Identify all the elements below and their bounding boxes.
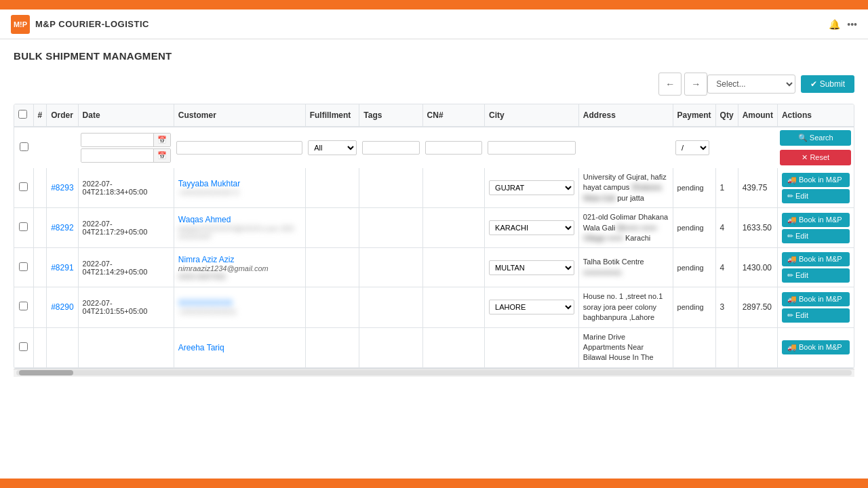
address-text-8289: Marine Drive Appartments Near Bilawal Ho… [583,332,669,363]
order-link-8293[interactable]: #8293 [51,183,73,192]
toolbar-nav: ← → [658,73,707,96]
city-filter-input[interactable] [488,141,576,155]
row-actions-8291: 🚚 Book in M&P ✏ Edit [777,248,854,287]
row-city-8289 [485,327,579,367]
row-fulfillment-8291 [305,248,359,287]
table-header-row: # Order Date Customer Fulfillment Tags C… [14,104,854,127]
row-checkbox-8290[interactable] [19,302,28,310]
row-order-8290: #8290 [47,287,78,327]
row-checkbox-8291[interactable] [19,262,28,271]
scrollbar-track [16,370,852,375]
city-select-8291[interactable]: MULTAN [489,260,574,275]
customer-contact-8292: waqasXXXXXXX@XXXX.com 333-XXXXX47 [178,224,301,241]
filter-date-cell: 📅 📅 [78,127,174,168]
bulk-action-select[interactable]: Select... Option 1 Option 2 [707,75,795,94]
horizontal-scrollbar[interactable] [14,369,854,377]
actions-cell-8289: 🚚 Book in M&P [782,340,850,354]
row-order-8289 [47,327,78,367]
reset-button[interactable]: ✕ Reset [780,150,851,165]
edit-btn-8293[interactable]: ✏ Edit [782,189,850,203]
date-from-calendar-icon[interactable]: 📅 [153,134,170,146]
row-actions-8289: 🚚 Book in M&P [777,327,854,367]
city-select-8290[interactable]: LAHORE [489,300,574,314]
submit-button[interactable]: ✔ Submit [801,75,854,93]
row-amount-8290: 2897.50 [738,287,777,327]
row-order-8291: #8291 [47,248,78,287]
row-checkbox-cell-8291 [14,248,33,287]
row-date-8293: 2022-07-04T21:18:34+05:00 [78,168,174,208]
date-to-calendar-icon[interactable]: 📅 [153,149,170,162]
navbar-right: 🔔 ••• [829,19,857,30]
search-button[interactable]: 🔍 Search [780,130,851,146]
select-all-checkbox[interactable] [18,110,27,119]
row-num-8289 [33,327,47,367]
edit-btn-8290[interactable]: ✏ Edit [782,308,850,323]
city-select-8293[interactable]: GUJRAT [489,180,574,195]
row-address-8289: Marine Drive Appartments Near Bilawal Ho… [578,327,673,367]
row-cn-8289 [422,327,485,367]
row-customer-8293: Tayyaba Mukhtar +XXXXXXXXXX 5 [174,168,305,208]
actions-cell-8293: 🚚 Book in M&P ✏ Edit [782,173,850,203]
th-customer: Customer [174,104,305,127]
row-amount-8291: 1430.00 [738,248,777,287]
row-city-8291: MULTAN [485,248,579,287]
th-amount: Amount [738,104,777,127]
filter-checkbox[interactable] [20,142,28,151]
th-date: Date [78,104,174,127]
th-cn: CN# [422,104,485,127]
payment-filter-select[interactable]: / COD Prepaid [675,140,709,155]
customer-name-8293: Tayyaba Mukhtar [178,179,301,188]
book-btn-8293[interactable]: 🚚 Book in M&P [782,173,850,187]
logo-text: M!P [14,20,27,28]
row-qty-8291: 4 [715,248,738,287]
edit-btn-8291[interactable]: ✏ Edit [782,268,850,283]
order-link-8291[interactable]: #8291 [51,263,73,272]
navbar: M!P M&P COURIER-LOGISTIC 🔔 ••• [0,9,868,39]
row-checkbox-8292[interactable] [19,222,28,231]
table-row: #8293 2022-07-04T21:18:34+05:00 Tayyaba … [14,168,854,208]
toolbar-right: Select... Option 1 Option 2 ✔ Submit [707,75,854,94]
row-customer-8289: Areeha Tariq [174,327,305,367]
book-btn-8291[interactable]: 🚚 Book in M&P [782,252,850,266]
cn-filter-input[interactable] [425,141,482,155]
date-from-input[interactable] [81,134,153,146]
next-button[interactable]: → [684,73,707,96]
book-btn-8292[interactable]: 🚚 Book in M&P [782,213,850,227]
customer-name-8292: Waqas Ahmed [178,215,301,224]
logo-icon: M!P [11,15,30,34]
book-btn-8289[interactable]: 🚚 Book in M&P [782,340,850,354]
row-checkbox-8289[interactable] [19,342,28,351]
row-num-8290 [33,287,47,327]
scrollbar-thumb[interactable] [19,370,73,375]
row-amount-8292: 1633.50 [738,208,777,248]
order-link-8290[interactable]: #8290 [51,302,73,312]
top-orange-bar [0,0,868,9]
filter-checkbox-cell [14,127,33,168]
customer-filter-input[interactable] [176,141,302,155]
date-to-input[interactable] [81,150,153,162]
edit-btn-8292[interactable]: ✏ Edit [782,229,850,243]
row-cn-8292 [422,208,485,248]
order-link-8292[interactable]: #8292 [51,223,73,232]
customer-name-8291: Nimra Aziz Aziz [178,255,301,264]
row-city-8293: GUJRAT [485,168,579,208]
book-btn-8290[interactable]: 🚚 Book in M&P [782,292,850,306]
table-row: Areeha Tariq Marine Drive Appartments Ne… [14,327,854,367]
date-to-wrapper: 📅 [81,148,171,163]
address-text-8290: House no. 1 ,street no.1 soray jora peer… [583,291,669,323]
tags-filter-input[interactable] [362,141,420,155]
row-checkbox-8293[interactable] [19,182,28,191]
customer-name-8290: XXXXXXXXXX [178,298,301,308]
fulfillment-filter-select[interactable]: All Fulfilled Unfulfilled [308,140,357,155]
navbar-title: M&P COURIER-LOGISTIC [35,19,149,29]
row-fulfillment-8293 [305,168,359,208]
filter-qty-cell [715,127,738,168]
filter-order-cell [47,127,78,168]
prev-button[interactable]: ← [658,73,682,96]
table-container: # Order Date Customer Fulfillment Tags C… [14,104,854,369]
row-num-8291 [33,248,47,287]
more-icon[interactable]: ••• [847,19,857,30]
city-select-8292[interactable]: KARACHI [489,220,574,235]
bell-icon[interactable]: 🔔 [829,19,840,30]
row-customer-8291: Nimra Aziz Aziz nimraaziz1234@gmail.com0… [174,248,305,287]
